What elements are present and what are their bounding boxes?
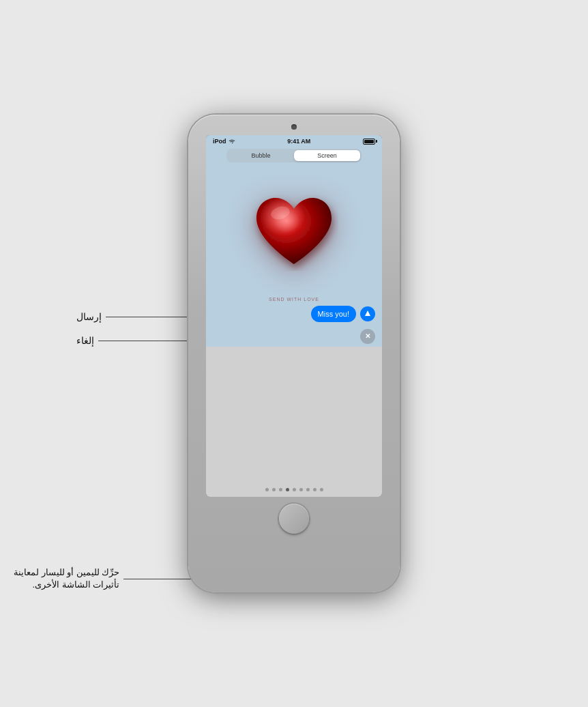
carrier-label: iPod	[213, 138, 226, 145]
screen-bezel: iPod 9:41 AM	[206, 135, 382, 497]
front-camera-dot	[291, 124, 297, 130]
cancel-row: ✕	[206, 326, 382, 347]
screen-content: iPod 9:41 AM	[206, 135, 382, 497]
annotation-swipe-text: حرِّك لليمين أو لليسار لمعاينة تأثيرات ا…	[14, 566, 119, 591]
segment-tabs: Bubble Screen	[226, 149, 362, 162]
send-arrow-icon	[365, 311, 370, 316]
heart-area: SEND WITH LOVE	[206, 165, 382, 302]
message-preview-area: Miss you!	[206, 302, 382, 326]
heart-icon	[250, 192, 338, 274]
dot-8	[320, 488, 323, 491]
dot-7	[313, 488, 317, 491]
status-time: 9:41 AM	[287, 138, 310, 145]
dot-0	[265, 488, 269, 491]
status-bar: iPod 9:41 AM	[206, 135, 382, 146]
dot-indicators	[206, 482, 382, 497]
dot-2	[279, 488, 282, 491]
wifi-icon	[229, 139, 235, 144]
home-button[interactable]	[279, 504, 309, 534]
cancel-x-icon: ✕	[365, 333, 370, 340]
send-with-love-label: SEND WITH LOVE	[269, 297, 319, 302]
status-left: iPod	[213, 138, 235, 145]
annotation-cancel-text: إلغاء	[76, 334, 94, 348]
tab-screen[interactable]: Screen	[294, 150, 360, 161]
cancel-button[interactable]: ✕	[360, 329, 375, 344]
dot-6	[306, 488, 310, 491]
status-right	[363, 139, 375, 145]
battery-fill	[364, 140, 374, 143]
ipod-device: iPod 9:41 AM	[188, 115, 400, 592]
dot-4	[293, 488, 296, 491]
dot-5	[299, 488, 303, 491]
send-button[interactable]	[360, 306, 375, 321]
annotation-send-text: إرسال	[76, 311, 102, 324]
dot-1	[272, 488, 276, 491]
empty-area	[206, 347, 382, 483]
battery-icon	[363, 139, 375, 145]
dot-3	[286, 488, 289, 491]
tab-bubble[interactable]: Bubble	[228, 150, 294, 161]
message-bubble: Miss you!	[311, 306, 356, 322]
page-wrapper: إرسال إلغاء حرِّك لليمين أو لليسار لمعاي…	[0, 0, 588, 707]
